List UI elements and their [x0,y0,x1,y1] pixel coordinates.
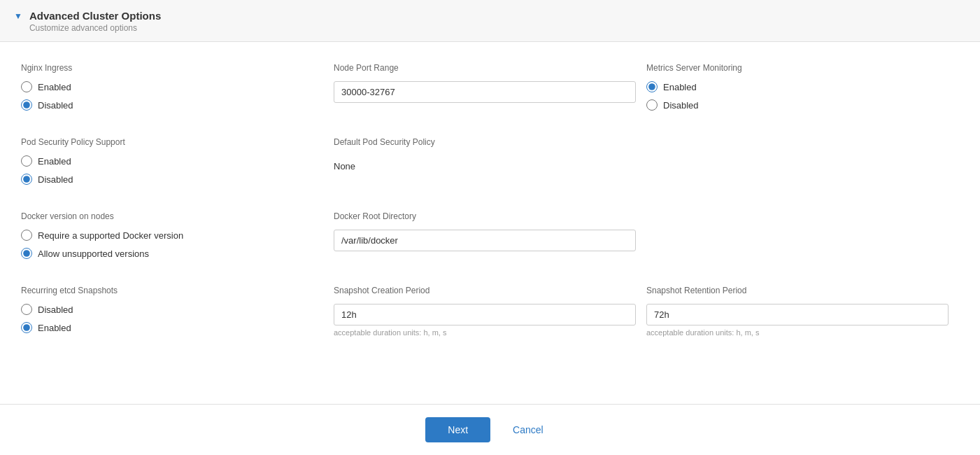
footer: Next Cancel [0,404,980,455]
empty-col-row2 [646,137,959,185]
metrics-server-label: Metrics Server Monitoring [646,63,949,73]
recurring-etcd-radio-group: Disabled Enabled [21,304,323,333]
metrics-disabled-option[interactable]: Disabled [646,99,949,111]
docker-allow-label: Allow unsupported versions [38,248,149,259]
accordion-subtitle: Customize advanced options [29,23,161,33]
node-port-range-label: Node Port Range [334,63,636,73]
snapshot-retention-section: Snapshot Retention Period acceptable dur… [646,286,959,337]
default-pod-security-section: Default Pod Security Policy None [334,137,646,185]
row-2: Pod Security Policy Support Enabled Disa… [21,130,959,204]
cancel-button[interactable]: Cancel [502,417,555,442]
pod-security-support-section: Pod Security Policy Support Enabled Disa… [21,137,334,185]
recurring-etcd-section: Recurring etcd Snapshots Disabled Enable… [21,286,334,337]
metrics-enabled-label: Enabled [663,82,697,92]
docker-root-input[interactable] [334,230,636,251]
pod-security-disabled-radio[interactable] [21,174,32,185]
pod-security-enabled-option[interactable]: Enabled [21,155,323,167]
pod-security-support-radio-group: Enabled Disabled [21,155,323,185]
etcd-enabled-radio[interactable] [21,322,32,333]
etcd-enabled-label: Enabled [38,323,71,333]
docker-root-label: Docker Root Directory [334,211,636,221]
metrics-disabled-label: Disabled [663,100,699,111]
nginx-ingress-enabled-option[interactable]: Enabled [21,81,323,92]
nginx-ingress-label: Nginx Ingress [21,63,323,73]
node-port-range-section: Node Port Range [334,63,646,111]
nginx-ingress-disabled-radio[interactable] [21,99,32,111]
docker-require-label: Require a supported Docker version [38,230,183,241]
pod-security-disabled-label: Disabled [38,174,73,185]
accordion-header[interactable]: ▼ Advanced Cluster Options Customize adv… [0,0,980,42]
docker-version-label: Docker version on nodes [21,211,323,221]
docker-allow-radio[interactable] [21,248,32,259]
node-port-range-input[interactable] [334,81,636,103]
pod-security-enabled-label: Enabled [38,156,71,167]
snapshot-retention-input[interactable] [646,304,949,326]
snapshot-creation-label: Snapshot Creation Period [334,286,636,295]
etcd-enabled-option[interactable]: Enabled [21,322,323,333]
snapshot-creation-section: Snapshot Creation Period acceptable dura… [334,286,646,337]
content-area: Nginx Ingress Enabled Disabled Node Port… [0,42,980,404]
nginx-ingress-disabled-option[interactable]: Disabled [21,99,323,111]
accordion-title: Advanced Cluster Options [29,10,161,22]
next-button[interactable]: Next [425,417,490,442]
snapshot-creation-hint: acceptable duration units: h, m, s [334,328,636,337]
recurring-etcd-label: Recurring etcd Snapshots [21,286,323,295]
nginx-ingress-enabled-label: Enabled [38,82,71,92]
docker-require-radio[interactable] [21,230,32,241]
accordion-arrow-icon: ▼ [14,11,22,21]
docker-version-radio-group: Require a supported Docker version Allow… [21,230,323,259]
pod-security-enabled-radio[interactable] [21,155,32,167]
row-3: Docker version on nodes Require a suppor… [21,204,959,279]
metrics-server-section: Metrics Server Monitoring Enabled Disabl… [646,63,959,111]
nginx-ingress-section: Nginx Ingress Enabled Disabled [21,63,334,111]
metrics-server-radio-group: Enabled Disabled [646,81,949,111]
docker-root-section: Docker Root Directory [334,211,646,259]
nginx-ingress-radio-group: Enabled Disabled [21,81,323,111]
pod-security-disabled-option[interactable]: Disabled [21,174,323,185]
nginx-ingress-disabled-label: Disabled [38,100,73,111]
nginx-ingress-enabled-radio[interactable] [21,81,32,92]
docker-version-section: Docker version on nodes Require a suppor… [21,211,334,259]
snapshot-retention-label: Snapshot Retention Period [646,286,949,295]
snapshot-retention-hint: acceptable duration units: h, m, s [646,328,949,337]
snapshot-creation-input[interactable] [334,304,636,326]
default-pod-security-value: None [334,155,636,177]
etcd-disabled-option[interactable]: Disabled [21,304,323,315]
metrics-enabled-radio[interactable] [646,81,658,92]
default-pod-security-label: Default Pod Security Policy [334,137,636,147]
metrics-enabled-option[interactable]: Enabled [646,81,949,92]
empty-col-row3 [646,211,959,259]
pod-security-support-label: Pod Security Policy Support [21,137,323,147]
row-1: Nginx Ingress Enabled Disabled Node Port… [21,63,959,130]
etcd-disabled-label: Disabled [38,304,73,315]
etcd-disabled-radio[interactable] [21,304,32,315]
docker-allow-option[interactable]: Allow unsupported versions [21,248,323,259]
metrics-disabled-radio[interactable] [646,99,658,111]
docker-require-option[interactable]: Require a supported Docker version [21,230,323,241]
row-4: Recurring etcd Snapshots Disabled Enable… [21,279,959,356]
